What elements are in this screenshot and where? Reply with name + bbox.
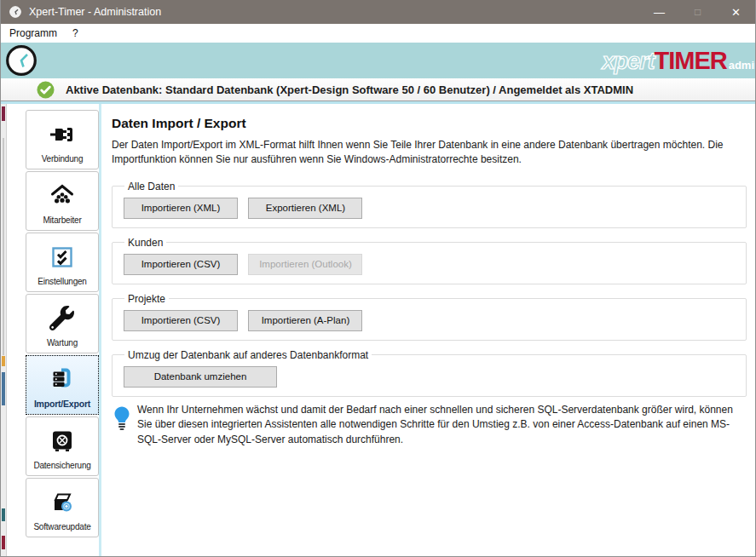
title-bar: Xpert-Timer - Administration — □ ✕	[1, 0, 755, 24]
exportieren-xml-button[interactable]: Exportieren (XML)	[248, 198, 362, 219]
brand-timer-text: TIMER	[654, 47, 726, 75]
active-database-status: Aktive Datenbank: Standard Datenbank (Xp…	[66, 83, 633, 96]
plug-icon	[49, 111, 75, 154]
close-button[interactable]: ✕	[717, 0, 755, 24]
sidebar-item-wartung[interactable]: Wartung	[26, 294, 99, 353]
checklist-icon	[49, 233, 75, 277]
main-content: Daten Import / Export Der Daten Import/E…	[101, 104, 755, 557]
maximize-button[interactable]: □	[678, 0, 717, 24]
sidebar-item-label: Import/Export	[34, 399, 90, 409]
group-kunden: Kunden Importieren (CSV) Importieren (Ou…	[112, 237, 747, 284]
green-check-icon	[37, 81, 55, 99]
kunden-importieren-outlook-button: Importieren (Outlook)	[248, 254, 362, 275]
brand-xpert-text: xpert	[602, 49, 654, 75]
hint-block: Wenn Ihr Unternehmen wächst und damit de…	[112, 403, 747, 447]
importieren-xml-button[interactable]: Importieren (XML)	[124, 198, 238, 219]
projekte-importieren-csv-button[interactable]: Importieren (CSV)	[124, 310, 238, 331]
status-bar: Aktive Datenbank: Standard Datenbank (Xp…	[1, 78, 755, 101]
sidebar-item-import-export[interactable]: Import/Export	[26, 355, 99, 415]
people-house-icon	[49, 172, 75, 215]
clock-app-icon	[9, 5, 22, 19]
clock-logo-icon	[5, 44, 38, 78]
header-band: xpertTIMERadmin	[1, 43, 755, 78]
datenbank-umziehen-button[interactable]: Datenbank umziehen	[124, 366, 277, 388]
sidebar-item-mitarbeiter[interactable]: Mitarbeiter	[26, 171, 99, 231]
sidebar-item-label: Softwareupdate	[33, 522, 90, 531]
projekte-importieren-aplan-button[interactable]: Importieren (A-Plan)	[248, 310, 362, 331]
group-umzug-datenbank: Umzug der Datenbank auf anderes Datenban…	[112, 349, 747, 397]
sidebar-item-softwareupdate[interactable]: Softwareupdate	[26, 478, 99, 537]
sidebar-item-einstellungen[interactable]: Einstellungen	[26, 233, 99, 292]
lightbulb-icon	[113, 405, 130, 434]
kunden-importieren-csv-button[interactable]: Importieren (CSV)	[124, 254, 238, 275]
database-export-icon	[49, 356, 75, 399]
sidebar: Verbindung Mitarbeiter	[7, 104, 101, 557]
window-edge-strip	[1, 104, 7, 557]
menu-bar: Programm ?	[1, 24, 755, 43]
brand-logo: xpertTIMERadmin	[602, 47, 755, 75]
xpert-timer-admin-window: Xpert-Timer - Administration — □ ✕ Progr…	[0, 0, 756, 557]
sidebar-item-label: Datensicherung	[33, 461, 90, 470]
group-projekte: Projekte Importieren (CSV) Importieren (…	[112, 293, 747, 341]
minimize-button[interactable]: —	[640, 0, 678, 24]
sidebar-item-label: Einstellungen	[38, 277, 86, 286]
group-alle-daten: Alle Daten Importieren (XML) Exportieren…	[112, 181, 747, 228]
menu-help[interactable]: ?	[65, 26, 86, 41]
window-title: Xpert-Timer - Administration	[29, 6, 640, 18]
brand-admin-text: admin	[729, 59, 755, 72]
sidebar-item-label: Verbindung	[42, 154, 84, 164]
page-title: Daten Import / Export	[112, 116, 747, 131]
intro-text: Der Daten Import/Export im XML-Format hi…	[112, 138, 747, 168]
hint-text: Wenn Ihr Unternehmen wächst und damit de…	[137, 403, 747, 447]
wrench-icon	[49, 295, 75, 338]
group-legend: Umzug der Datenbank auf anderes Datenban…	[124, 349, 372, 361]
group-legend: Projekte	[124, 293, 169, 305]
menu-programm[interactable]: Programm	[2, 26, 65, 41]
sidebar-item-verbindung[interactable]: Verbindung	[26, 110, 99, 169]
sidebar-item-label: Mitarbeiter	[43, 215, 81, 225]
safe-icon	[49, 417, 75, 461]
group-legend: Alle Daten	[124, 181, 178, 192]
software-box-cd-icon	[49, 479, 75, 522]
group-legend: Kunden	[124, 237, 166, 249]
sidebar-item-label: Wartung	[47, 338, 78, 347]
sidebar-item-datensicherung[interactable]: Datensicherung	[26, 416, 99, 476]
